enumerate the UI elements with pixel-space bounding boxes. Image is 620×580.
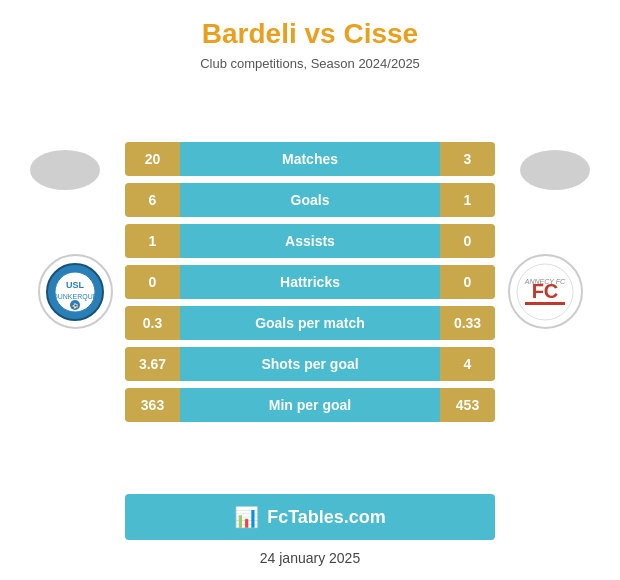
stat-right-4: 0.33: [440, 306, 495, 340]
stat-label-6: Min per goal: [180, 388, 440, 422]
svg-text:FC: FC: [532, 280, 559, 302]
stat-row: 20Matches3: [125, 142, 495, 176]
right-team-logo: ANNECY FC FC: [508, 254, 583, 329]
subtitle: Club competitions, Season 2024/2025: [200, 56, 420, 71]
stat-right-1: 1: [440, 183, 495, 217]
stat-row: 1Assists0: [125, 224, 495, 258]
stat-row: 0Hattricks0: [125, 265, 495, 299]
stat-label-5: Shots per goal: [180, 347, 440, 381]
stat-label-3: Hattricks: [180, 265, 440, 299]
chart-icon: 📊: [234, 505, 259, 529]
stat-right-5: 4: [440, 347, 495, 381]
stat-left-5: 3.67: [125, 347, 180, 381]
stat-right-6: 453: [440, 388, 495, 422]
date-footer: 24 january 2025: [260, 550, 360, 566]
stat-row: 3.67Shots per goal4: [125, 347, 495, 381]
fctables-label: FcTables.com: [267, 507, 386, 528]
svg-text:USL: USL: [66, 280, 85, 290]
stat-left-4: 0.3: [125, 306, 180, 340]
stat-left-2: 1: [125, 224, 180, 258]
stat-row: 363Min per goal453: [125, 388, 495, 422]
stat-left-3: 0: [125, 265, 180, 299]
stat-left-6: 363: [125, 388, 180, 422]
right-team-section: ANNECY FC FC: [495, 132, 595, 432]
stat-label-0: Matches: [180, 142, 440, 176]
stat-label-2: Assists: [180, 224, 440, 258]
svg-text:⚽: ⚽: [72, 303, 79, 310]
stat-right-2: 0: [440, 224, 495, 258]
stat-row: 0.3Goals per match0.33: [125, 306, 495, 340]
left-decoration: [30, 150, 100, 190]
stat-left-1: 6: [125, 183, 180, 217]
stat-label-4: Goals per match: [180, 306, 440, 340]
left-team-section: USL DUNKERQUE ⚽: [25, 132, 125, 432]
svg-rect-9: [525, 302, 565, 305]
fctables-banner[interactable]: 📊 FcTables.com: [125, 494, 495, 540]
left-team-logo: USL DUNKERQUE ⚽: [38, 254, 113, 329]
stats-container: 20Matches36Goals11Assists00Hattricks00.3…: [125, 142, 495, 422]
stat-row: 6Goals1: [125, 183, 495, 217]
stat-right-3: 0: [440, 265, 495, 299]
right-decoration: [520, 150, 590, 190]
stat-right-0: 3: [440, 142, 495, 176]
stat-left-0: 20: [125, 142, 180, 176]
svg-text:DUNKERQUE: DUNKERQUE: [53, 293, 98, 301]
stat-label-1: Goals: [180, 183, 440, 217]
page-title: Bardeli vs Cisse: [202, 18, 418, 50]
